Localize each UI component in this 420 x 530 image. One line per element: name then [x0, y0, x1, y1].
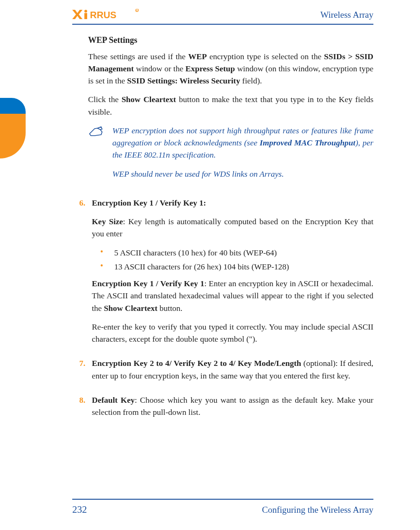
note-block: WEP encryption does not support high thr…: [88, 124, 373, 186]
list-item-6: 6. Encryption Key 1 / Verify Key 1: Key …: [72, 197, 373, 352]
text: Click the: [88, 95, 122, 104]
list-item-8: 8. Default Key: Choose which key you wan…: [72, 394, 373, 425]
note-para-2: WEP should never be used for WDS links o…: [112, 168, 373, 180]
list-body: Encryption Key 2 to 4/ Verify Key 2 to 4…: [92, 357, 373, 388]
footer-section-title: Configuring the Wireless Array: [262, 503, 373, 517]
header-product-name: Wireless Array: [320, 8, 373, 22]
list-number: 7.: [72, 357, 85, 388]
note-para-1: WEP encryption does not support high thr…: [112, 124, 373, 161]
svg-text:RRUS: RRUS: [90, 10, 117, 20]
tab-blue: [0, 98, 26, 114]
text-bold: WEP: [188, 52, 207, 61]
encryption-key-para: Encryption Key 1 / Verify Key 1: Enter a…: [92, 277, 373, 314]
text: : Key length is automatically computed b…: [92, 217, 373, 238]
reenter-para: Re-enter the key to verify that you type…: [92, 321, 373, 345]
bullet-icon: •: [100, 247, 106, 259]
list-number: 8.: [72, 394, 85, 425]
text-bold: Show Cleartext: [122, 95, 176, 104]
item-title: Encryption Key 2 to 4/ Verify Key 2 to 4…: [92, 358, 301, 368]
item-7-para: Encryption Key 2 to 4/ Verify Key 2 to 4…: [92, 357, 373, 382]
brand-logo: RRUS R: [72, 9, 142, 21]
bullet-item: • 13 ASCII characters for (26 hex) 104 b…: [100, 261, 373, 273]
text-bold: Key Size: [92, 217, 123, 226]
intro-paragraph-1: These settings are used if the WEP encry…: [88, 50, 373, 87]
text-bold: SSID Settings: Wireless Security: [127, 76, 241, 85]
note-text: WEP encryption does not support high thr…: [112, 124, 373, 186]
item-8-para: Default Key: Choose which key you want t…: [92, 394, 373, 419]
bullet-item: • 5 ASCII characters (10 hex) for 40 bit…: [100, 247, 373, 259]
note-hand-icon: [88, 124, 104, 186]
bullet-text: 13 ASCII characters for (26 hex) 104 bit…: [114, 261, 289, 273]
page: RRUS R Wireless Array WEP Settings These…: [0, 0, 420, 530]
bullet-text: 5 ASCII characters (10 hex) for 40 bits …: [114, 247, 277, 259]
list-number: 6.: [72, 197, 85, 352]
svg-marker-0: [72, 10, 83, 19]
tab-orange: [0, 114, 26, 158]
xirrus-logo-icon: RRUS R: [72, 9, 142, 21]
page-number: 232: [72, 502, 87, 517]
svg-point-1: [84, 10, 87, 13]
text: These settings are used if the: [88, 52, 188, 61]
text: window or the: [134, 64, 186, 73]
svg-text:R: R: [136, 9, 138, 12]
bullet-group: • 5 ASCII characters (10 hex) for 40 bit…: [100, 247, 373, 273]
side-tab-decoration: [0, 98, 26, 158]
keysize-para: Key Size: Key length is automatically co…: [92, 215, 373, 240]
list-item-7: 7. Encryption Key 2 to 4/ Verify Key 2 t…: [72, 357, 373, 388]
text: encryption type is selected on the: [207, 52, 324, 61]
text-bold: Express Setup: [186, 64, 235, 73]
bullet-icon: •: [100, 261, 106, 273]
text-bold: Encryption Key 1 / Verify Key 1: [92, 279, 204, 288]
text: button.: [158, 303, 182, 313]
page-footer: 232 Configuring the Wireless Array: [72, 499, 373, 517]
text-bold: Show Cleartext: [104, 303, 158, 313]
list-body: Encryption Key 1 / Verify Key 1: Key Siz…: [92, 197, 373, 352]
text-bold: Improved MAC Throughput: [260, 138, 355, 147]
item-title: Default Key: [92, 395, 135, 405]
item-title: Encryption Key 1 / Verify Key 1:: [92, 198, 206, 207]
list-body: Default Key: Choose which key you want t…: [92, 394, 373, 425]
section-title: WEP Settings: [88, 34, 373, 47]
text: field).: [240, 76, 262, 85]
svg-rect-2: [84, 13, 87, 19]
page-header: RRUS R Wireless Array: [72, 8, 373, 25]
intro-paragraph-2: Click the Show Cleartext button to make …: [88, 93, 373, 118]
